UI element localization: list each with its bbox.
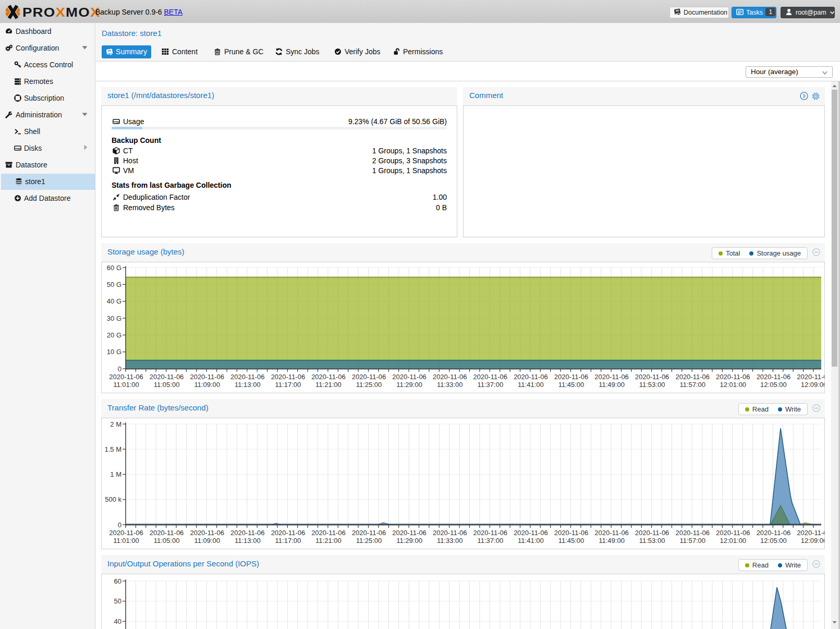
svg-text:11:53:00: 11:53:00	[639, 537, 665, 545]
svg-text:2020-11-06: 2020-11-06	[473, 373, 508, 381]
svg-text:60: 60	[114, 577, 121, 585]
svg-text:2020-11-06: 2020-11-06	[675, 529, 710, 537]
svg-text:11:49:00: 11:49:00	[599, 537, 625, 545]
svg-text:11:17:00: 11:17:00	[275, 381, 301, 389]
svg-text:2020-11-06: 2020-11-06	[635, 529, 669, 537]
svg-text:2020-11-06: 2020-11-06	[352, 373, 386, 381]
svg-text:11:01:00: 11:01:00	[113, 381, 139, 389]
svg-text:2020-11-06: 2020-11-06	[190, 529, 224, 537]
svg-text:2020-11-06: 2020-11-06	[190, 373, 224, 381]
svg-text:11:01:00: 11:01:00	[113, 537, 139, 545]
svg-text:50 G: 50 G	[107, 281, 121, 288]
svg-text:11:25:00: 11:25:00	[356, 381, 382, 389]
svg-text:2020-11-06: 2020-11-06	[635, 373, 669, 381]
svg-text:2020-11-06: 2020-11-06	[271, 373, 306, 381]
svg-text:11:45:00: 11:45:00	[558, 381, 585, 389]
svg-text:2020-11-06: 2020-11-06	[150, 529, 184, 537]
svg-text:12:05:00: 12:05:00	[760, 381, 787, 389]
svg-text:2020-11-06: 2020-11-06	[797, 373, 824, 381]
svg-text:2020-11-06: 2020-11-06	[352, 529, 386, 537]
svg-text:20 G: 20 G	[107, 331, 121, 339]
svg-text:2020-11-06: 2020-11-06	[514, 373, 548, 381]
svg-text:2020-11-06: 2020-11-06	[109, 529, 143, 537]
svg-text:11:41:00: 11:41:00	[518, 537, 544, 545]
svg-text:2020-11-06: 2020-11-06	[150, 373, 184, 381]
svg-text:11:33:00: 11:33:00	[437, 381, 463, 389]
svg-text:12:01:00: 12:01:00	[720, 537, 746, 545]
svg-text:2020-11-06: 2020-11-06	[392, 373, 427, 381]
svg-text:11:29:00: 11:29:00	[396, 537, 422, 545]
svg-text:2020-11-06: 2020-11-06	[716, 373, 750, 381]
svg-text:11:05:00: 11:05:00	[154, 381, 180, 389]
svg-text:11:09:00: 11:09:00	[194, 381, 220, 389]
svg-text:2020-11-06: 2020-11-06	[757, 529, 791, 537]
svg-text:11:13:00: 11:13:00	[235, 537, 261, 545]
svg-text:11:29:00: 11:29:00	[396, 381, 422, 389]
svg-text:2020-11-06: 2020-11-06	[109, 373, 143, 381]
svg-text:11:17:00: 11:17:00	[275, 537, 301, 545]
svg-text:2020-11-06: 2020-11-06	[554, 529, 589, 537]
svg-text:2020-11-06: 2020-11-06	[757, 373, 791, 381]
svg-text:2020-11-06: 2020-11-06	[433, 373, 467, 381]
svg-text:2020-11-06: 2020-11-06	[514, 529, 548, 537]
svg-text:2020-11-06: 2020-11-06	[797, 529, 824, 537]
svg-text:40: 40	[114, 618, 121, 625]
svg-text:10 G: 10 G	[107, 348, 121, 356]
svg-text:60 G: 60 G	[107, 264, 121, 272]
svg-text:2020-11-06: 2020-11-06	[311, 529, 346, 537]
svg-text:11:21:00: 11:21:00	[315, 537, 342, 545]
svg-text:12:09:00: 12:09:00	[801, 537, 824, 545]
svg-text:0: 0	[118, 365, 121, 373]
svg-text:11:41:00: 11:41:00	[518, 381, 544, 389]
svg-text:2020-11-06: 2020-11-06	[554, 373, 589, 381]
svg-text:2020-11-06: 2020-11-06	[594, 373, 629, 381]
svg-text:11:53:00: 11:53:00	[639, 381, 665, 389]
svg-text:11:57:00: 11:57:00	[679, 537, 705, 545]
svg-text:1.5 M: 1.5 M	[104, 445, 121, 453]
svg-text:11:33:00: 11:33:00	[437, 537, 463, 545]
svg-text:11:21:00: 11:21:00	[315, 381, 342, 389]
svg-text:11:45:00: 11:45:00	[558, 537, 585, 545]
svg-text:11:57:00: 11:57:00	[679, 381, 705, 389]
svg-text:500 k: 500 k	[105, 495, 121, 503]
svg-text:30 G: 30 G	[107, 314, 121, 322]
svg-text:12:01:00: 12:01:00	[720, 381, 746, 389]
svg-text:2020-11-06: 2020-11-06	[230, 373, 265, 381]
svg-text:50: 50	[114, 597, 121, 605]
svg-text:11:25:00: 11:25:00	[356, 537, 382, 545]
svg-text:2 M: 2 M	[110, 420, 121, 428]
svg-text:11:13:00: 11:13:00	[235, 381, 261, 389]
svg-text:2020-11-06: 2020-11-06	[271, 529, 306, 537]
svg-text:2020-11-06: 2020-11-06	[716, 529, 750, 537]
svg-text:2020-11-06: 2020-11-06	[473, 529, 508, 537]
svg-text:2020-11-06: 2020-11-06	[311, 373, 346, 381]
svg-text:2020-11-06: 2020-11-06	[675, 373, 710, 381]
svg-text:12:05:00: 12:05:00	[760, 537, 787, 545]
svg-text:11:37:00: 11:37:00	[477, 381, 503, 389]
svg-text:11:49:00: 11:49:00	[599, 381, 625, 389]
svg-text:1 M: 1 M	[110, 470, 121, 478]
svg-text:2020-11-06: 2020-11-06	[230, 529, 265, 537]
svg-text:0: 0	[118, 521, 121, 529]
svg-text:11:05:00: 11:05:00	[154, 537, 180, 545]
svg-text:11:37:00: 11:37:00	[477, 537, 503, 545]
svg-text:40 G: 40 G	[107, 297, 121, 305]
svg-text:2020-11-06: 2020-11-06	[392, 529, 427, 537]
svg-text:2020-11-06: 2020-11-06	[594, 529, 629, 537]
svg-text:12:09:00: 12:09:00	[801, 381, 824, 389]
svg-text:2020-11-06: 2020-11-06	[433, 529, 467, 537]
svg-text:11:09:00: 11:09:00	[194, 537, 220, 545]
